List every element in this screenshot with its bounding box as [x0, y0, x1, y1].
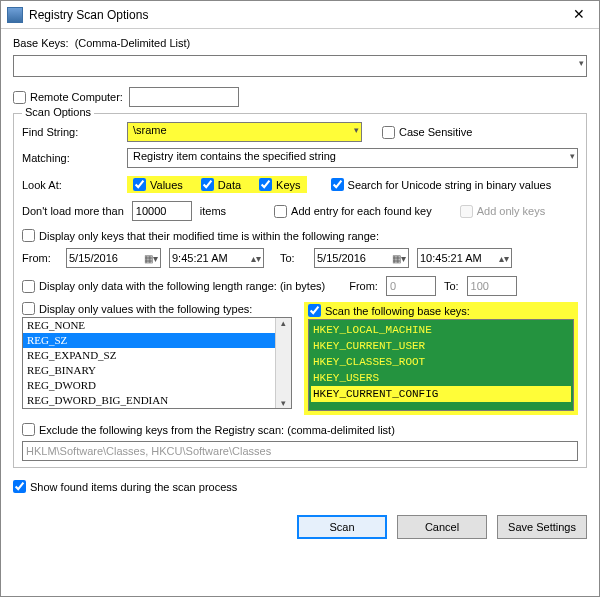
scan-options-group: Scan Options Find String: \srame ▾ Case …: [13, 113, 587, 468]
look-at-values-checkbox[interactable]: Values: [133, 178, 183, 191]
length-to-label: To:: [444, 280, 459, 292]
remote-computer-checkbox[interactable]: Remote Computer:: [13, 91, 123, 104]
type-filter-checkbox[interactable]: Display only values with the following t…: [22, 302, 292, 315]
add-only-keys-checkbox: Add only keys: [460, 205, 545, 218]
length-from-label: From:: [349, 280, 378, 292]
close-button[interactable]: ✕: [559, 1, 599, 29]
chevron-down-icon: ▾: [354, 125, 359, 135]
time-from-label: From:: [22, 252, 58, 264]
type-filter-item[interactable]: REG_DWORD_BIG_ENDIAN: [23, 393, 291, 408]
scan-button[interactable]: Scan: [297, 515, 387, 539]
remote-computer-label: Remote Computer:: [30, 91, 123, 103]
time-from-time[interactable]: 9:45:21 AM▴▾: [169, 248, 264, 268]
unicode-search-checkbox[interactable]: Search for Unicode string in binary valu…: [331, 178, 552, 191]
dialog-footer: Scan Cancel Save Settings: [1, 505, 599, 549]
time-range-checkbox[interactable]: Display only keys that their modified ti…: [22, 229, 379, 242]
app-icon: [7, 7, 23, 23]
base-key-item[interactable]: HKEY_USERS: [311, 370, 571, 386]
calendar-icon: ▦▾: [392, 253, 406, 264]
add-entry-checkbox[interactable]: Add entry for each found key: [274, 205, 432, 218]
matching-value: Registry item contains the specified str…: [131, 150, 336, 162]
unicode-search-label: Search for Unicode string in binary valu…: [348, 179, 552, 191]
down-arrow-icon: ▾: [281, 398, 286, 408]
scan-base-keys-checkbox[interactable]: Scan the following base keys:: [308, 304, 574, 317]
scrollbar[interactable]: ▴▾: [275, 318, 291, 408]
dont-load-input[interactable]: [132, 201, 192, 221]
length-range-checkbox[interactable]: Display only data with the following len…: [22, 280, 325, 293]
base-key-item[interactable]: HKEY_CLASSES_ROOT: [311, 354, 571, 370]
calendar-icon: ▦▾: [144, 253, 158, 264]
time-to-time[interactable]: 10:45:21 AM▴▾: [417, 248, 512, 268]
time-to-date[interactable]: 5/15/2016▦▾: [314, 248, 409, 268]
base-keys-label: Base Keys:: [13, 37, 69, 49]
look-at-label: Look At:: [22, 179, 117, 191]
look-at-data-checkbox[interactable]: Data: [201, 178, 241, 191]
time-from-date[interactable]: 5/15/2016▦▾: [66, 248, 161, 268]
base-keys-combo[interactable]: ▾: [13, 55, 587, 77]
type-filter-item[interactable]: REG_DWORD: [23, 378, 291, 393]
dont-load-prefix: Don't load more than: [22, 205, 124, 217]
title-bar: Registry Scan Options ✕: [1, 1, 599, 29]
matching-label: Matching:: [22, 152, 117, 164]
type-filter-item[interactable]: REG_EXPAND_SZ: [23, 348, 291, 363]
type-filter-list[interactable]: REG_NONEREG_SZREG_EXPAND_SZREG_BINARYREG…: [22, 317, 292, 409]
look-at-keys-checkbox[interactable]: Keys: [259, 178, 300, 191]
base-key-item[interactable]: HKEY_LOCAL_MACHINE: [311, 322, 571, 338]
type-filter-item[interactable]: REG_NONE: [23, 318, 291, 333]
matching-combo[interactable]: Registry item contains the specified str…: [127, 148, 578, 168]
spinner-icon: ▴▾: [251, 253, 261, 264]
save-settings-button[interactable]: Save Settings: [497, 515, 587, 539]
exclude-input: [22, 441, 578, 461]
exclude-checkbox[interactable]: Exclude the following keys from the Regi…: [22, 423, 395, 436]
dont-load-suffix: items: [200, 205, 226, 217]
length-from-input: [386, 276, 436, 296]
remote-computer-input[interactable]: [129, 87, 239, 107]
spinner-icon: ▴▾: [499, 253, 509, 264]
up-arrow-icon: ▴: [281, 318, 286, 328]
time-to-label: To:: [280, 252, 306, 264]
type-filter-item[interactable]: REG_SZ: [23, 333, 291, 348]
window-title: Registry Scan Options: [29, 8, 559, 22]
length-to-input: [467, 276, 517, 296]
base-key-item[interactable]: HKEY_CURRENT_USER: [311, 338, 571, 354]
case-sensitive-checkbox[interactable]: Case Sensitive: [382, 126, 472, 139]
scan-base-keys-list[interactable]: HKEY_LOCAL_MACHINEHKEY_CURRENT_USERHKEY_…: [308, 319, 574, 411]
type-filter-item[interactable]: REG_BINARY: [23, 363, 291, 378]
show-found-checkbox[interactable]: Show found items during the scan process: [13, 480, 237, 493]
scan-options-legend: Scan Options: [22, 106, 94, 118]
base-key-item[interactable]: HKEY_CURRENT_CONFIG: [311, 386, 571, 402]
chevron-down-icon: ▾: [570, 151, 575, 161]
case-sensitive-label: Case Sensitive: [399, 126, 472, 138]
cancel-button[interactable]: Cancel: [397, 515, 487, 539]
find-string-combo[interactable]: \srame ▾: [127, 122, 362, 142]
chevron-down-icon: ▾: [579, 58, 584, 68]
find-string-value: \srame: [131, 124, 167, 136]
find-string-label: Find String:: [22, 126, 117, 138]
base-keys-hint: (Comma-Delimited List): [75, 37, 191, 49]
